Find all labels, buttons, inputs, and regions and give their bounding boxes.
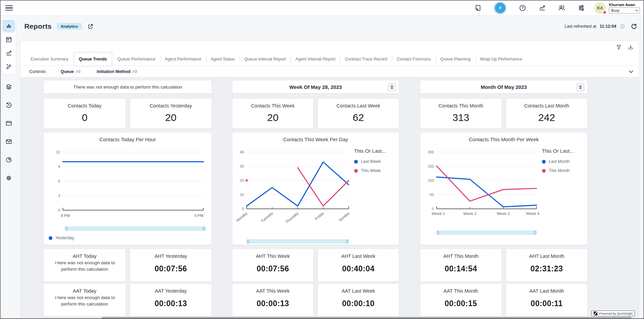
calendar-icon bbox=[5, 36, 12, 43]
chart-contacts-this-month-per-week: Contacts This Month Per Week 05010015020… bbox=[420, 132, 588, 245]
column-week: Week Of May 28, 2023 Contacts This Week … bbox=[232, 80, 399, 318]
sidebar-item-mail[interactable] bbox=[2, 135, 15, 148]
tab-agent-performance[interactable]: Agent Performance bbox=[160, 52, 206, 66]
initiation-filter-value: All bbox=[132, 69, 137, 74]
line-chart-icon[interactable] bbox=[538, 4, 546, 12]
initiation-method-filter[interactable]: Initiation Method All bbox=[97, 69, 137, 74]
chart-scrollbar[interactable] bbox=[247, 239, 349, 244]
tab-wrap-up-performance[interactable]: Wrap-Up Performance bbox=[475, 52, 527, 66]
export-icon[interactable] bbox=[628, 44, 634, 50]
month-selector: Month Of May 2023 bbox=[420, 80, 588, 94]
sidebar-item-window[interactable] bbox=[2, 117, 15, 130]
legend-entry-yesterday[interactable]: Yesterday bbox=[49, 236, 74, 240]
tab-agent-status[interactable]: Agent Status bbox=[206, 52, 240, 66]
note-icon[interactable] bbox=[474, 4, 481, 12]
gear-icon bbox=[5, 175, 12, 181]
tab-agent-interval-report[interactable]: Agent Interval Report bbox=[291, 52, 340, 66]
kpi-aat-last-week: AAT Last Week 00:00:10 bbox=[318, 284, 399, 317]
legend-dot bbox=[542, 160, 546, 164]
brush-icon bbox=[5, 63, 12, 70]
chart-contacts-today-per-hour: Contacts Today Per Hour 0369128 PM9 PM Y… bbox=[44, 132, 212, 245]
sliders-icon[interactable] bbox=[577, 4, 585, 12]
svg-text:8 PM: 8 PM bbox=[61, 214, 70, 218]
kpi-aat-last-month: AAT Last Month 00:00:11 bbox=[506, 284, 588, 317]
kpi-aat-today: AAT Today There was not enough data to p… bbox=[44, 284, 126, 317]
sidebar-item-history[interactable] bbox=[2, 99, 15, 112]
refresh-icon[interactable] bbox=[630, 23, 637, 30]
queue-filter-label: Queue bbox=[60, 69, 74, 74]
tab-queue-interval-report[interactable]: Queue Interval Report bbox=[240, 52, 291, 66]
sidebar-item-layers[interactable] bbox=[2, 80, 15, 93]
svg-text:Monday: Monday bbox=[236, 211, 248, 223]
sidebar-item-calendar[interactable] bbox=[2, 33, 15, 46]
svg-text:Sunday: Sunday bbox=[338, 211, 350, 222]
status-value: Busy bbox=[611, 8, 619, 13]
kpi-aht-last-week: AHT Last Week 00:40:04 bbox=[318, 249, 399, 282]
filter-icon[interactable] bbox=[616, 44, 622, 50]
svg-text:9 PM: 9 PM bbox=[194, 214, 203, 218]
month-stepper[interactable] bbox=[576, 83, 585, 91]
sidebar-item-reports[interactable] bbox=[2, 20, 15, 32]
quicksight-logo bbox=[594, 312, 597, 315]
chart-scrollbar[interactable] bbox=[437, 230, 537, 235]
tab-contract-trace-record[interactable]: Contract Trace Record bbox=[340, 52, 392, 66]
powered-by-quicksight[interactable]: Powered by QuickSight bbox=[591, 311, 635, 316]
legend-entry-this-week[interactable]: This Week bbox=[354, 168, 397, 173]
queue-filter[interactable]: Queue All bbox=[60, 69, 80, 74]
kpi-aht-yesterday: AHT Yesterday 00:07:56 bbox=[130, 249, 212, 282]
tab-contact-forensics[interactable]: Contact Forensics bbox=[392, 52, 436, 66]
legend-entry-last-week[interactable]: Last Week bbox=[354, 159, 397, 164]
collapse-controls-icon[interactable] bbox=[628, 70, 634, 73]
svg-text:0: 0 bbox=[432, 207, 434, 211]
info-icon[interactable] bbox=[620, 24, 625, 29]
svg-text:Tuesday: Tuesday bbox=[260, 211, 274, 223]
help-icon[interactable]: ? bbox=[519, 4, 526, 12]
sidebar bbox=[1, 16, 17, 318]
kpi-contacts-this-month: Contacts This Month 313 bbox=[420, 98, 502, 129]
legend-entry-last-month[interactable]: Last Month bbox=[542, 159, 586, 164]
tab-executive-summary[interactable]: Executive Summary bbox=[26, 52, 73, 66]
horizontal-scrollbar[interactable] bbox=[102, 317, 631, 318]
chart-scrollbar[interactable] bbox=[65, 226, 205, 231]
kpi-aht-last-month: AHT Last Month 02:31:23 bbox=[506, 249, 588, 282]
hamburger-menu-icon[interactable] bbox=[5, 5, 13, 10]
sidebar-item-metrics[interactable] bbox=[2, 47, 15, 59]
tab-queue-planning[interactable]: Queue Planning bbox=[436, 52, 475, 66]
legend-entry-this-month[interactable]: This Month bbox=[542, 168, 586, 173]
line-chart: 010203040MondayTuesdayThursdayFridaySund… bbox=[234, 144, 352, 237]
sidebar-item-settings[interactable] bbox=[2, 172, 15, 185]
svg-text:Thursday: Thursday bbox=[284, 211, 299, 224]
reports-panel: Executive SummaryQueue TrendsQueue Perfo… bbox=[20, 41, 639, 318]
tab-queue-trends[interactable]: Queue Trends bbox=[74, 52, 112, 66]
svg-text:30: 30 bbox=[240, 164, 244, 168]
users-icon[interactable] bbox=[558, 4, 565, 12]
bolt-icon[interactable] bbox=[494, 2, 506, 15]
mail-icon bbox=[5, 138, 12, 145]
last-refreshed-label: Last refreshed at bbox=[565, 24, 596, 29]
svg-text:150: 150 bbox=[428, 164, 434, 168]
svg-text:100: 100 bbox=[428, 178, 434, 182]
svg-text:50: 50 bbox=[430, 193, 434, 197]
svg-text:9: 9 bbox=[58, 165, 60, 169]
kpi-aat-this-week: AAT This Week 00:00:13 bbox=[232, 284, 314, 317]
avatar[interactable]: KA bbox=[594, 2, 606, 14]
week-stepper[interactable] bbox=[388, 83, 396, 91]
sidebar-item-design[interactable] bbox=[2, 60, 15, 73]
column-month: Month Of May 2023 Contacts This Month 31… bbox=[420, 80, 588, 318]
app-window: ? KA bbox=[0, 0, 644, 319]
external-link-icon[interactable] bbox=[87, 23, 94, 30]
svg-text:6: 6 bbox=[58, 179, 60, 183]
tab-queue-performance[interactable]: Queue Performance bbox=[113, 52, 160, 66]
chart-legend: This Or Last... Last MonthThis Month bbox=[542, 144, 587, 235]
svg-text:Week 3: Week 3 bbox=[497, 212, 510, 216]
svg-text:10: 10 bbox=[240, 193, 244, 197]
week-selector: Week Of May 28, 2023 bbox=[232, 80, 399, 94]
sidebar-item-pie[interactable] bbox=[2, 153, 15, 166]
status-dropdown[interactable]: Busy bbox=[609, 7, 640, 14]
pie-chart-icon bbox=[5, 156, 12, 163]
dashboard: There was not enough data to perform thi… bbox=[21, 77, 639, 318]
window-icon bbox=[5, 120, 12, 127]
chart-legend: Yesterday bbox=[44, 236, 212, 245]
kpi-contacts-this-week: Contacts This Week 20 bbox=[232, 98, 314, 129]
legend-dot bbox=[542, 169, 546, 173]
